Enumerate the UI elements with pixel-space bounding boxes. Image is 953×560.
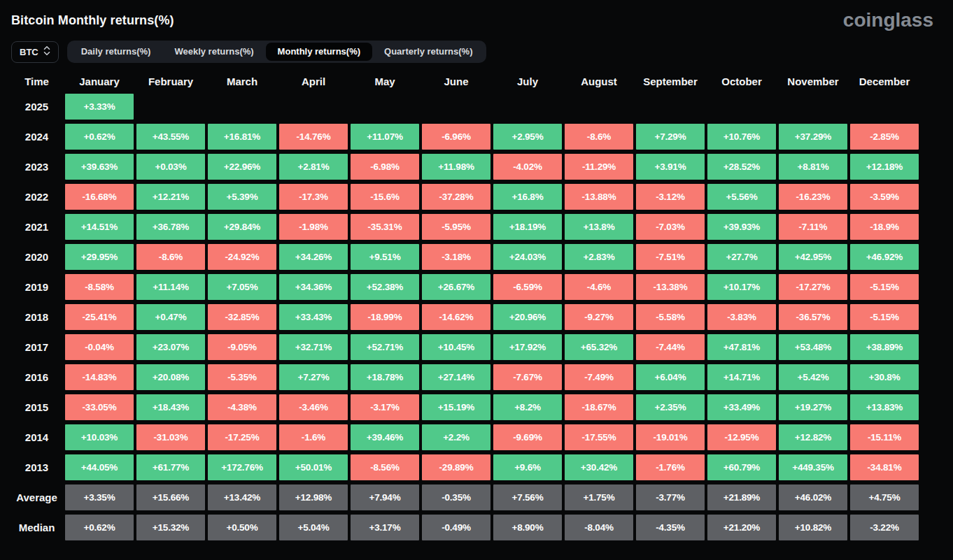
tab-quarterly[interactable]: Quarterly returns(%) [372,43,484,61]
return-cell: +15.66% [136,484,205,510]
return-cell: +14.71% [707,364,776,390]
month-header-august: August [565,73,633,89]
return-cell: -29.89% [422,454,490,480]
return-cell: +65.32% [565,334,633,360]
return-cell: +39.63% [65,154,134,180]
return-cell: -5.58% [636,304,705,330]
return-cell: +44.05% [65,454,134,480]
month-header-march: March [208,73,276,89]
return-cell: -4.38% [208,394,276,420]
return-cell: -8.6% [565,124,633,150]
year-row-label: 2015 [11,394,62,420]
month-header-november: November [779,73,847,89]
coinglass-logo: coinglass [843,9,933,31]
return-cell: +16.81% [208,124,276,150]
return-cell: +7.94% [351,484,419,510]
return-cell: -3.12% [636,184,705,210]
return-cell: +10.03% [65,424,134,450]
symbol-select-value: BTC [20,47,38,57]
return-cell: +8.90% [493,515,562,540]
return-cell: +12.21% [136,184,205,210]
return-cell: -4.6% [565,274,633,300]
empty-cell [850,94,919,120]
return-cell: -7.49% [565,364,633,390]
return-cell: -4.35% [636,515,705,540]
return-cell: -12.95% [707,424,776,450]
return-cell: -15.11% [850,424,919,450]
summary-row-label: Average [11,484,62,510]
return-cell: -18.9% [850,214,919,240]
empty-cell [208,94,276,120]
return-cell: -11.29% [565,154,633,180]
return-cell: -6.96% [422,124,490,150]
return-cell: +2.35% [636,394,705,420]
return-cell: +13.42% [208,484,276,510]
return-cell: +3.33% [65,94,134,120]
return-cell: -3.17% [351,394,419,420]
empty-cell [779,94,847,120]
return-cell: +43.55% [136,124,205,150]
return-cell: +0.47% [136,304,205,330]
return-cell: +5.42% [779,364,847,390]
return-cell: +19.27% [779,394,847,420]
symbol-select[interactable]: BTC [11,41,59,63]
return-cell: +50.01% [279,454,348,480]
return-cell: -6.98% [351,154,419,180]
year-row-label: 2024 [11,124,62,150]
return-cell: -31.03% [136,424,205,450]
return-cell: +20.08% [136,364,205,390]
return-cell: +5.39% [208,184,276,210]
return-cell: -9.69% [493,424,562,450]
return-cell: -34.81% [850,454,919,480]
tab-monthly[interactable]: Monthly returns(%) [266,43,372,61]
month-header-september: September [636,73,705,89]
return-cell: +30.42% [565,454,633,480]
return-cell: +6.04% [636,364,705,390]
return-cell: -2.85% [850,124,919,150]
return-cell: +13.83% [850,394,919,420]
return-cell: -17.3% [279,184,348,210]
return-cell: +33.43% [279,304,348,330]
return-cell: -1.6% [279,424,348,450]
return-cell: -32.85% [208,304,276,330]
return-cell: -7.67% [493,364,562,390]
return-cell: +20.96% [493,304,562,330]
return-cell: +46.02% [779,484,847,510]
return-cell: +4.75% [850,484,919,510]
return-cell: +21.89% [707,484,776,510]
return-cell: -1.98% [279,214,348,240]
return-cell: +7.29% [636,124,705,150]
return-cell: -3.77% [636,484,705,510]
return-cell: -13.88% [565,184,633,210]
return-cell: -8.58% [65,274,134,300]
tab-daily[interactable]: Daily returns(%) [69,43,163,61]
return-cell: -0.04% [65,334,134,360]
return-cell: -0.35% [422,484,490,510]
return-cell: -1.76% [636,454,705,480]
return-cell: +26.67% [422,274,490,300]
return-cell: -5.35% [208,364,276,390]
tab-weekly[interactable]: Weekly returns(%) [162,43,265,61]
return-cell: +2.2% [422,424,490,450]
return-cell: -7.44% [636,334,705,360]
month-header-june: June [422,73,490,89]
return-cell: -37.28% [422,184,490,210]
return-cell: +18.43% [136,394,205,420]
return-cell: -13.38% [636,274,705,300]
return-cell: -5.95% [422,214,490,240]
return-cell: +12.82% [779,424,847,450]
return-cell: +34.36% [279,274,348,300]
year-row-label: 2013 [11,454,62,480]
return-cell: +11.14% [136,274,205,300]
return-cell: +7.05% [208,274,276,300]
year-row-label: 2018 [11,304,62,330]
return-cell: -3.59% [850,184,919,210]
return-cell: +53.48% [779,334,847,360]
return-cell: -3.18% [422,244,490,270]
return-cell: -18.99% [351,304,419,330]
return-cell: -16.23% [779,184,847,210]
return-cell: -4.02% [493,154,562,180]
return-cell: +10.76% [707,124,776,150]
return-cell: +8.81% [779,154,847,180]
return-cell: -7.11% [779,214,847,240]
